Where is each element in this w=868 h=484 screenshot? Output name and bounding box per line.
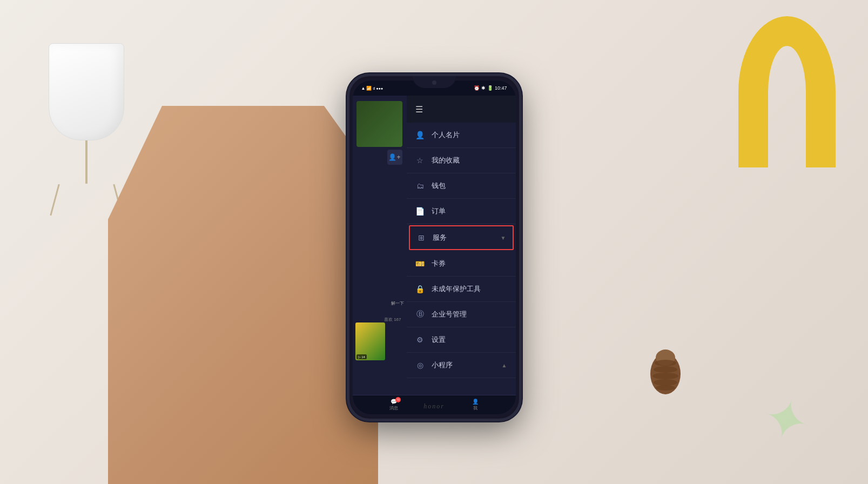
phone-device: ▲ 📶 d ●●● ⏰ ✱ 🔋 10:47 — [348, 75, 521, 420]
svg-point-5 — [654, 379, 677, 386]
bluetooth-icon: ✱ — [481, 85, 486, 91]
menu-item-favorites[interactable]: ☆我的收藏 — [407, 148, 516, 173]
menu-label-enterprise: 企业号管理 — [432, 310, 507, 319]
me-icon: 👤 — [472, 399, 479, 405]
banana-arc — [738, 16, 836, 167]
svg-point-2 — [655, 360, 676, 366]
front-camera — [432, 80, 436, 85]
menu-label-favorites: 我的收藏 — [432, 156, 507, 165]
menu-item-orders[interactable]: 📄订单 — [407, 199, 516, 224]
menu-icon-enterprise: Ⓑ — [415, 310, 425, 319]
svg-point-6 — [656, 385, 675, 391]
lamp-foot-left — [50, 184, 59, 216]
side-menu-panel: ☰ 👤个人名片☆我的收藏🗂钱包📄订单⊞服务▼🎫卡券🔒未成年保护工具Ⓑ企业号管理⚙… — [407, 96, 516, 414]
menu-arrow-miniprogram: ▲ — [502, 362, 507, 368]
nav-me[interactable]: 👤 我 — [472, 399, 479, 411]
lamp-base — [85, 140, 88, 184]
menu-item-youth-protection[interactable]: 🔒未成年保护工具 — [407, 277, 516, 302]
profile-thumbnail — [356, 101, 402, 147]
menu-item-services[interactable]: ⊞服务▼ — [409, 225, 514, 250]
hand-background — [108, 106, 378, 484]
app-icons: ●●● — [376, 86, 383, 90]
hamburger-icon[interactable]: ☰ — [415, 104, 423, 115]
wifi-icon: 📶 — [366, 86, 372, 91]
menu-items-list: 👤个人名片☆我的收藏🗂钱包📄订单⊞服务▼🎫卡券🔒未成年保护工具Ⓑ企业号管理⚙设置… — [407, 123, 516, 378]
menu-label-orders: 订单 — [432, 206, 507, 216]
status-right-info: ⏰ ✱ 🔋 10:47 — [474, 85, 507, 91]
menu-icon-favorites: ☆ — [415, 156, 425, 165]
status-left-icons: ▲ 📶 d ●●● — [361, 86, 383, 91]
menu-label-miniprogram: 小程序 — [432, 360, 495, 370]
menu-header: ☰ — [407, 96, 516, 123]
menu-item-miniprogram[interactable]: ◎小程序▲ — [407, 353, 516, 378]
add-friend-button[interactable]: 👤+ — [387, 150, 402, 165]
menu-icon-business-card: 👤 — [415, 130, 425, 140]
left-content-panel: 👤+ 解一下 喜欢 167 ▷ 14 — [353, 96, 407, 414]
menu-icon-youth-protection: 🔒 — [415, 284, 425, 294]
phone-notch — [413, 76, 456, 88]
svg-point-4 — [652, 373, 678, 379]
menu-label-settings: 设置 — [432, 335, 507, 345]
time-display: 10:47 — [495, 85, 507, 91]
video-thumbnail: ▷ 14 — [355, 322, 385, 360]
alarm-icon: ⏰ — [474, 85, 480, 91]
menu-icon-miniprogram: ◎ — [415, 360, 425, 370]
lamp-shade — [49, 43, 124, 140]
phone-brand: honor — [423, 402, 445, 411]
phone-body: ▲ 📶 d ●●● ⏰ ✱ 🔋 10:47 — [348, 75, 521, 420]
bottom-navigation: 💬 消息 72 👤 我 — [407, 395, 516, 414]
menu-arrow-services: ▼ — [501, 235, 506, 241]
menu-icon-settings: ⚙ — [415, 335, 425, 345]
phone-screen: ▲ 📶 d ●●● ⏰ ✱ 🔋 10:47 — [353, 80, 516, 414]
app-content: 👤+ 解一下 喜欢 167 ▷ 14 ☰ — [353, 96, 516, 414]
menu-label-cards: 卡券 — [432, 259, 507, 268]
battery-icon: 🔋 — [487, 85, 493, 91]
menu-item-business-card[interactable]: 👤个人名片 — [407, 123, 516, 148]
menu-label-business-card: 个人名片 — [432, 130, 507, 140]
tiktok-icon: d — [373, 86, 375, 90]
yellow-ring-decoration — [728, 16, 836, 189]
signal-icon: ▲ — [361, 86, 366, 91]
menu-item-cards[interactable]: 🎫卡券 — [407, 251, 516, 277]
menu-label-services: 服务 — [433, 233, 494, 243]
menu-label-wallet: 钱包 — [432, 181, 507, 191]
menu-icon-wallet: 🗂 — [415, 181, 425, 191]
menu-item-wallet[interactable]: 🗂钱包 — [407, 173, 516, 199]
add-person-icon: 👤+ — [388, 153, 400, 161]
menu-item-settings[interactable]: ⚙设置 — [407, 327, 516, 353]
menu-icon-cards: 🎫 — [415, 259, 425, 268]
likes-count: 喜欢 167 — [384, 317, 401, 322]
pinecone-decoration — [647, 347, 684, 398]
play-count-badge: ▷ 14 — [356, 354, 367, 359]
menu-icon-services: ⊞ — [416, 233, 426, 243]
menu-label-youth-protection: 未成年保护工具 — [432, 284, 507, 294]
menu-icon-orders: 📄 — [415, 206, 425, 216]
svg-point-3 — [654, 366, 677, 373]
me-label: 我 — [473, 405, 477, 411]
background-text: 解一下 — [391, 300, 404, 306]
menu-item-enterprise[interactable]: Ⓑ企业号管理 — [407, 302, 516, 327]
lamp-feet — [54, 184, 119, 216]
